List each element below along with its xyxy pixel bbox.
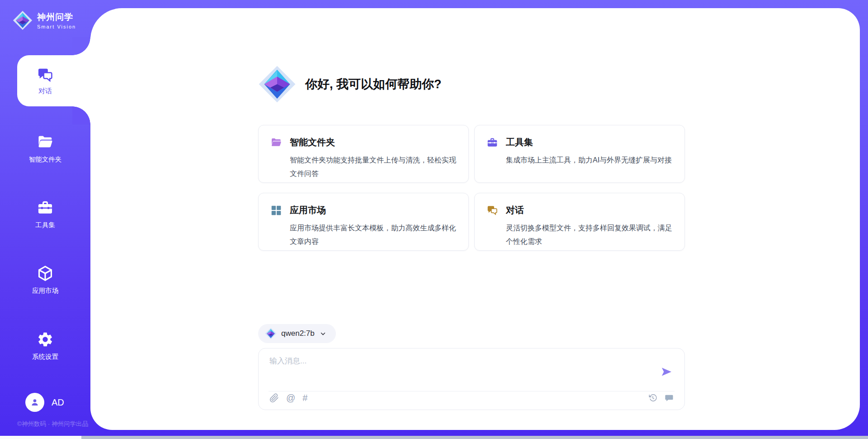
app-tagline: Smart Vision: [37, 24, 76, 29]
sidebar-item-label: 对话: [38, 87, 52, 95]
scrollbar-thumb[interactable]: [81, 436, 868, 439]
sidebar-item-smart-folder[interactable]: 智能文件夹: [0, 134, 90, 164]
brand-diamond-icon: [265, 327, 277, 340]
message-composer: @ #: [258, 348, 685, 410]
chat-icon: [37, 67, 54, 84]
app-root: { "app": { "name": "神州问学", "tagline": "S…: [0, 0, 868, 439]
sidebar-item-label: 应用市场: [32, 286, 58, 295]
folder-icon: [37, 134, 54, 151]
sidebar: 神州问学 Smart Vision 对话 智能文件夹 工具集 应用市场 系统设置…: [0, 0, 90, 439]
app-logo: 神州问学 Smart Vision: [13, 9, 76, 32]
card-description: 应用市场提供丰富长文本模板，助力高效生成多样化文章内容: [290, 221, 457, 248]
main-panel: 你好, 我可以如何帮助你? 智能文件夹 智能文件夹功能支持批量文件上传与清洗，轻…: [90, 8, 860, 430]
gear-icon: [37, 331, 54, 348]
sidebar-item-settings[interactable]: 系统设置: [0, 331, 90, 361]
card-title: 工具集: [506, 136, 533, 148]
send-icon[interactable]: [660, 366, 673, 378]
card-toolset[interactable]: 工具集 集成市场上主流工具，助力AI与外界无缝扩展与对接: [474, 125, 685, 183]
mention-icon[interactable]: @: [286, 393, 295, 402]
card-header: 对话: [486, 204, 673, 216]
composer-toolbar: @ #: [269, 391, 674, 405]
card-app-market[interactable]: 应用市场 应用市场提供丰富长文本模板，助力高效生成多样化文章内容: [258, 193, 469, 251]
sidebar-item-chat[interactable]: 对话: [17, 55, 95, 106]
user-name: AD: [52, 397, 64, 408]
greeting-block: 你好, 我可以如何帮助你?: [258, 63, 442, 105]
toolbox-icon: [37, 199, 54, 216]
sidebar-item-label: 工具集: [35, 221, 55, 229]
message-input[interactable]: [269, 356, 645, 384]
card-description: 智能文件夹功能支持批量文件上传与清洗，轻松实现文件问答: [290, 153, 457, 181]
card-description: 灵活切换多模型文件，支持多样回复效果调试，满足个性化需求: [506, 221, 673, 248]
card-description: 集成市场上主流工具，助力AI与外界无缝扩展与对接: [506, 153, 673, 167]
card-header: 工具集: [486, 136, 673, 148]
composer-right-tools: [648, 393, 674, 402]
card-smart-folder[interactable]: 智能文件夹 智能文件夹功能支持批量文件上传与清洗，轻松实现文件问答: [258, 125, 469, 183]
content-column: 你好, 我可以如何帮助你? 智能文件夹 智能文件夹功能支持批量文件上传与清洗，轻…: [258, 8, 685, 430]
app-name: 神州问学: [37, 11, 76, 23]
user-account[interactable]: AD: [25, 393, 64, 412]
grid-icon: [270, 205, 282, 216]
sidebar-item-app-market[interactable]: 应用市场: [0, 265, 90, 295]
hash-icon[interactable]: #: [302, 393, 307, 402]
copyright-footer: ©神州数码 · 神州问学出品: [17, 420, 88, 428]
card-header: 应用市场: [270, 204, 457, 216]
sidebar-item-label: 系统设置: [32, 353, 58, 361]
chat-bubble-icon[interactable]: [665, 393, 674, 402]
card-title: 智能文件夹: [290, 136, 335, 148]
tab-curve-top: [72, 37, 91, 55]
tab-curve-bottom: [72, 106, 91, 124]
brand-diamond-icon: [13, 9, 33, 32]
sidebar-item-label: 智能文件夹: [29, 155, 62, 164]
card-title: 对话: [506, 204, 524, 216]
model-selector[interactable]: qwen2:7b: [258, 324, 336, 343]
toolbox-icon: [486, 137, 498, 148]
card-title: 应用市场: [290, 204, 326, 216]
card-chat[interactable]: 对话 灵活切换多模型文件，支持多样回复效果调试，满足个性化需求: [474, 193, 685, 251]
horizontal-scrollbar[interactable]: [0, 436, 868, 439]
model-name: qwen2:7b: [281, 329, 315, 338]
feature-cards: 智能文件夹 智能文件夹功能支持批量文件上传与清洗，轻松实现文件问答 工具集 集成…: [258, 125, 685, 251]
chat-icon: [486, 205, 498, 216]
avatar: [25, 393, 44, 412]
greeting-title: 你好, 我可以如何帮助你?: [305, 76, 442, 92]
cube-icon: [37, 265, 54, 282]
folder-icon: [270, 137, 282, 148]
user-icon: [30, 397, 40, 407]
sidebar-item-toolset[interactable]: 工具集: [0, 199, 90, 229]
brand-diamond-icon: [258, 63, 296, 105]
history-icon[interactable]: [648, 393, 657, 402]
paperclip-icon[interactable]: [269, 393, 279, 403]
card-header: 智能文件夹: [270, 136, 457, 148]
chevron-down-icon: [319, 330, 327, 338]
